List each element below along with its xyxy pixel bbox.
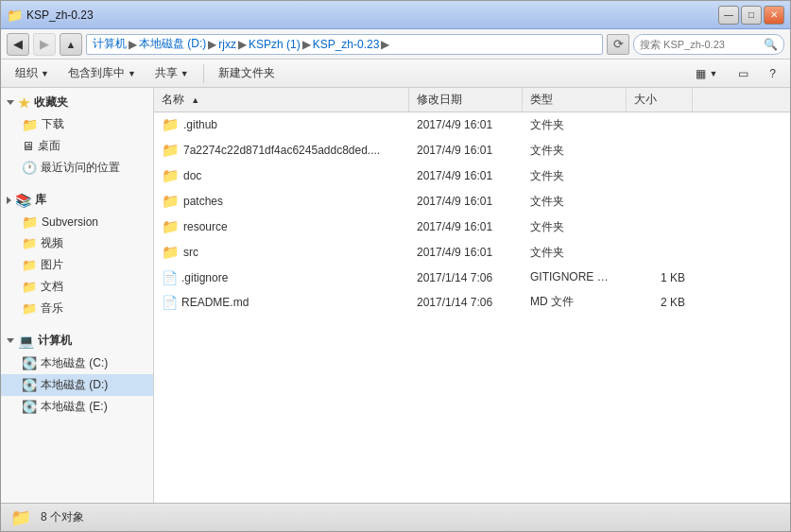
sidebar-item-subversion[interactable]: 📁 Subversion: [1, 212, 153, 232]
file-type-cell: 文件夹: [523, 141, 627, 161]
address-bar: ◀ ▶ ▲ 计算机 ▶ 本地磁盘 (D:) ▶ rjxz ▶ KSPzh (1)…: [1, 29, 790, 60]
file-name-cell: 📄 README.md: [154, 293, 409, 312]
share-button[interactable]: 共享 ▼: [146, 62, 198, 85]
toolbar-separator: [203, 64, 204, 83]
share-label: 共享: [155, 65, 178, 81]
minimize-button[interactable]: —: [718, 6, 739, 25]
sidebar-item-video[interactable]: 📁 视频: [1, 232, 153, 254]
file-name-cell: 📁 src: [154, 242, 409, 263]
breadcrumb[interactable]: 计算机 ▶ 本地磁盘 (D:) ▶ rjxz ▶ KSPzh (1) ▶ KSP…: [86, 34, 603, 55]
table-row[interactable]: 📁 7a2274c22d871df4ac6245addc8ded.... 201…: [154, 138, 790, 163]
sidebar-item-download[interactable]: 📁 下载: [1, 113, 153, 135]
table-row[interactable]: 📁 .github 2017/4/9 16:01 文件夹: [154, 112, 790, 138]
view-icon: ▦: [696, 67, 706, 80]
sidebar-item-docs-label: 文档: [41, 279, 63, 295]
star-icon: ★: [18, 95, 30, 111]
library-icon: 📚: [15, 193, 31, 208]
status-folder-icon: 📁: [10, 507, 31, 528]
sidebar-item-images[interactable]: 📁 图片: [1, 254, 153, 276]
breadcrumb-rjxz[interactable]: rjxz: [218, 38, 236, 51]
breadcrumb-current[interactable]: KSP_zh-0.23: [313, 38, 380, 51]
refresh-button[interactable]: ⟳: [607, 34, 629, 55]
table-row[interactable]: 📁 doc 2017/4/9 16:01 文件夹: [154, 163, 790, 189]
sidebar-computer-header[interactable]: 💻 计算机: [1, 329, 153, 352]
file-date-cell: 2017/4/9 16:01: [409, 142, 523, 159]
file-name: resource: [183, 220, 228, 233]
maximize-button[interactable]: □: [741, 6, 762, 25]
table-row[interactable]: 📁 src 2017/4/9 16:01 文件夹: [154, 240, 790, 266]
sidebar-library-header[interactable]: 📚 库: [1, 188, 153, 212]
view-toggle-button[interactable]: ▦ ▼: [687, 62, 726, 85]
music-icon: 📁: [22, 301, 37, 316]
up-button[interactable]: ▲: [60, 33, 82, 56]
download-folder-icon: 📁: [22, 117, 38, 132]
toolbar-right: ▦ ▼ ▭ ?: [687, 62, 784, 85]
search-bar[interactable]: 🔍: [633, 34, 784, 55]
sidebar-item-images-label: 图片: [41, 257, 63, 273]
status-count: 8 个对象: [41, 509, 84, 525]
file-size-cell: [627, 123, 693, 127]
folder-icon: 📁: [162, 116, 180, 133]
sidebar-section-library: 📚 库 📁 Subversion 📁 视频 📁 图片 📁 文档: [1, 188, 153, 319]
col-header-type[interactable]: 类型: [523, 88, 627, 112]
video-icon: 📁: [22, 236, 37, 250]
file-size-cell: 2 KB: [627, 294, 693, 311]
sidebar-item-recent[interactable]: 🕐 最近访问的位置: [1, 157, 153, 179]
preview-button[interactable]: ▭: [730, 62, 757, 85]
organize-button[interactable]: 组织 ▼: [7, 62, 58, 85]
file-list: 📁 .github 2017/4/9 16:01 文件夹 📁 7a2274c22…: [154, 112, 790, 503]
computer-expand-icon: [7, 338, 14, 343]
main-area: ★ 收藏夹 📁 下载 🖥 桌面 🕐 最近访问的位置: [1, 88, 790, 503]
include-button[interactable]: 包含到库中 ▼: [60, 62, 145, 85]
table-row[interactable]: 📄 README.md 2017/1/14 7:06 MD 文件 2 KB: [154, 290, 790, 315]
file-name-cell: 📄 .gitignore: [154, 268, 409, 287]
close-button[interactable]: ✕: [764, 6, 784, 25]
back-button[interactable]: ◀: [7, 33, 29, 56]
sidebar-item-drive-d[interactable]: 💽 本地磁盘 (D:): [1, 374, 153, 396]
sidebar-item-docs[interactable]: 📁 文档: [1, 276, 153, 298]
breadcrumb-drive[interactable]: 本地磁盘 (D:): [139, 36, 206, 52]
file-name-cell: 📁 doc: [154, 165, 409, 186]
drive-d-icon: 💽: [22, 378, 37, 392]
sidebar-item-music[interactable]: 📁 音乐: [1, 298, 153, 319]
sidebar-item-drive-d-label: 本地磁盘 (D:): [41, 377, 108, 393]
sidebar-section-computer: 💻 计算机 💽 本地磁盘 (C:) 💽 本地磁盘 (D:) 💽 本地磁盘 (E:…: [1, 329, 153, 418]
new-folder-button[interactable]: 新建文件夹: [210, 62, 284, 85]
breadcrumb-kspzh[interactable]: KSPzh (1): [249, 38, 301, 51]
library-expand-icon: [7, 197, 11, 204]
file-date-cell: 2017/4/9 16:01: [409, 218, 523, 235]
title-bar: 📁 KSP_zh-0.23 — □ ✕: [1, 1, 790, 29]
sidebar-favorites-header[interactable]: ★ 收藏夹: [1, 92, 153, 113]
window-title: KSP_zh-0.23: [26, 9, 94, 22]
file-name: 7a2274c22d871df4ac6245addc8ded....: [183, 144, 380, 157]
file-date-cell: 2017/1/14 7:06: [409, 269, 523, 286]
search-input[interactable]: [640, 39, 760, 50]
table-row[interactable]: 📁 patches 2017/4/9 16:01 文件夹: [154, 189, 790, 215]
file-list-container: 名称 ▲ 修改日期 类型 大小 📁 .github 2017/4/9 16:01: [154, 88, 790, 503]
include-dropdown-icon: ▼: [128, 69, 136, 78]
breadcrumb-computer[interactable]: 计算机: [93, 36, 127, 52]
sidebar-item-desktop[interactable]: 🖥 桌面: [1, 135, 153, 157]
title-bar-left: 📁 KSP_zh-0.23: [7, 8, 94, 23]
status-bar: 📁 8 个对象: [1, 503, 790, 531]
table-row[interactable]: 📁 resource 2017/4/9 16:01 文件夹: [154, 215, 790, 240]
file-date-cell: 2017/4/9 16:01: [409, 116, 523, 133]
file-name-cell: 📁 patches: [154, 191, 409, 212]
desktop-icon: 🖥: [22, 139, 34, 153]
col-header-name[interactable]: 名称 ▲: [154, 88, 409, 112]
file-name: README.md: [181, 296, 249, 309]
sidebar-item-recent-label: 最近访问的位置: [41, 160, 120, 176]
file-type-cell: 文件夹: [523, 217, 627, 237]
sidebar-item-drive-c[interactable]: 💽 本地磁盘 (C:): [1, 352, 153, 374]
column-headers: 名称 ▲ 修改日期 类型 大小: [154, 88, 790, 112]
file-size-cell: 1 KB: [627, 269, 693, 286]
file-size-cell: [627, 199, 693, 203]
forward-button[interactable]: ▶: [33, 33, 56, 56]
sidebar-section-favorites: ★ 收藏夹 📁 下载 🖥 桌面 🕐 最近访问的位置: [1, 92, 153, 179]
col-header-date[interactable]: 修改日期: [409, 88, 523, 112]
help-button[interactable]: ?: [761, 62, 784, 85]
col-header-size[interactable]: 大小: [627, 88, 693, 112]
table-row[interactable]: 📄 .gitignore 2017/1/14 7:06 GITIGNORE 文件…: [154, 266, 790, 290]
docs-icon: 📁: [22, 280, 37, 294]
sidebar-item-drive-e[interactable]: 💽 本地磁盘 (E:): [1, 396, 153, 418]
